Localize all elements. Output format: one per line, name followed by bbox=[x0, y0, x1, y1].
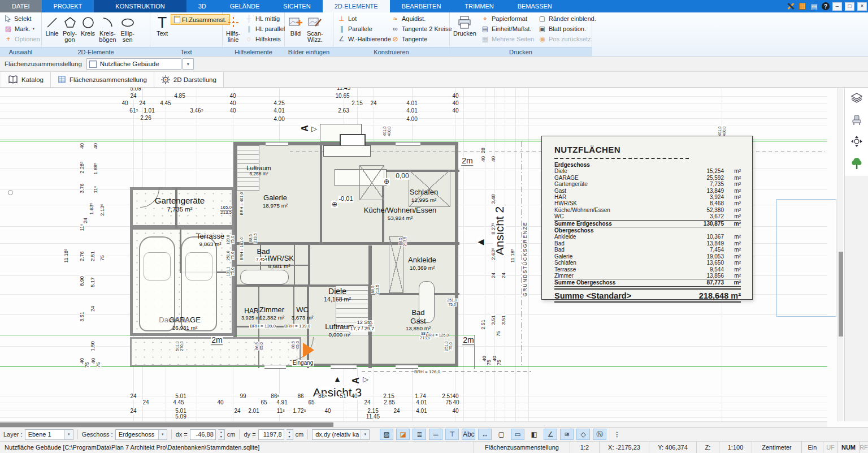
polygon-icon bbox=[63, 15, 77, 31]
tree-icon[interactable] bbox=[850, 157, 863, 170]
hilfskreis-button[interactable]: ◌Hilfskreis bbox=[243, 34, 287, 44]
drucken-button[interactable]: Drucken bbox=[452, 14, 478, 38]
separator bbox=[307, 429, 308, 439]
optionen-button[interactable]: + Optionen bbox=[2, 34, 42, 44]
tools-icon[interactable] bbox=[786, 2, 795, 11]
components-icon[interactable] bbox=[799, 3, 806, 10]
dimension-label: 2m bbox=[211, 336, 223, 345]
status-toggle-icon[interactable]: ≋ bbox=[560, 429, 574, 440]
status-toggle-icon[interactable]: ≣ bbox=[413, 429, 426, 440]
raender-einblenden-button[interactable]: ▢Ränder einblend. bbox=[536, 14, 595, 24]
dx-unit: cm bbox=[227, 431, 236, 438]
ribbon-tab[interactable]: BEARBEITEN bbox=[390, 0, 453, 12]
tab-katalog[interactable]: Katalog bbox=[1, 72, 51, 87]
vscroll-thumb[interactable] bbox=[839, 252, 843, 336]
hl-parallel-button[interactable]: ∥HL parallel bbox=[243, 24, 287, 34]
nutzflaechen-row: Obergeschoss bbox=[554, 227, 741, 234]
dy-stepper[interactable]: ▴▾ bbox=[287, 429, 293, 440]
ribbon-tab[interactable]: TRIMMEN bbox=[453, 0, 505, 12]
hscroll-thumb[interactable] bbox=[0, 422, 333, 427]
vertical-scrollbar[interactable] bbox=[837, 88, 843, 421]
status-toggle-icon[interactable]: Abc bbox=[462, 429, 475, 440]
ribbon-tab[interactable]: DATEI bbox=[0, 0, 42, 12]
ribbon-tab[interactable]: PROJEKT bbox=[42, 0, 94, 12]
hilfslinie-button[interactable]: Hilfs- linie bbox=[225, 14, 241, 44]
ribbon-tab[interactable]: BEMASSEN bbox=[506, 0, 564, 12]
layers-icon[interactable] bbox=[850, 92, 863, 105]
tangente-2-kreise-button[interactable]: ∞Tangente 2 Kreise bbox=[389, 24, 450, 34]
horizontal-scrollbar[interactable] bbox=[0, 421, 827, 427]
room-label: Luftraum 6,268 m² bbox=[246, 165, 271, 177]
furniture-icon[interactable] bbox=[850, 114, 863, 126]
nutzflaechen-row: Ankleide 10,367 m² bbox=[554, 234, 741, 240]
quick-print-icon[interactable]: ▤ bbox=[810, 2, 819, 11]
einheit-massstab-button[interactable]: ▤Einheit/Maßst. bbox=[479, 24, 535, 34]
status-toggle-icon[interactable]: Ⓝ bbox=[593, 429, 606, 440]
kreis-button[interactable]: Kreis bbox=[80, 14, 96, 38]
ribbon-tab[interactable]: KONSTRUKTION bbox=[94, 0, 186, 12]
status-toggle-icon[interactable]: ═ bbox=[429, 429, 442, 440]
hl-mittig-button[interactable]: ┼HL mittig bbox=[243, 14, 287, 24]
dimension-label: 11.18⁵ bbox=[64, 248, 69, 264]
mehrere-seiten-button[interactable]: ▦Mehrere Seiten bbox=[479, 34, 535, 44]
tangent-icon: ⊘ bbox=[391, 35, 400, 43]
status-toggle-icon[interactable]: ◪ bbox=[396, 429, 410, 440]
help-icon[interactable]: ? bbox=[822, 2, 830, 10]
status-toggle-icon[interactable]: ◧ bbox=[527, 429, 541, 440]
sheet-position-icon: ▣ bbox=[538, 25, 546, 33]
ribbon-tab[interactable]: 2D-ELEMENTE bbox=[323, 0, 390, 12]
tangente-button[interactable]: ⊘Tangente bbox=[389, 34, 450, 44]
dimension-label: 3.51 bbox=[491, 314, 496, 326]
minimize-button[interactable]: – bbox=[832, 2, 842, 11]
kreisboegen-button[interactable]: Kreis- bögen bbox=[98, 14, 118, 44]
combo-dropdown-button[interactable]: ▾ bbox=[183, 58, 194, 70]
tab-2d-darstellung[interactable]: 2D Darstellung bbox=[154, 72, 224, 87]
ribbon-tab[interactable]: SICHTEN bbox=[271, 0, 322, 12]
ribbon-tab[interactable]: GELÄNDE bbox=[218, 0, 272, 12]
aequidist-button[interactable]: ≈Äquidist. bbox=[389, 14, 450, 24]
polygon-button[interactable]: Poly- gon bbox=[62, 14, 78, 44]
parallele-button[interactable]: ∥Parallele bbox=[336, 24, 388, 34]
restore-button[interactable]: □ bbox=[845, 2, 854, 11]
pos-zuruecksetzen-button[interactable]: ◉Pos zurücksetz. bbox=[536, 34, 595, 44]
coord-mode-combo[interactable]: dx,dy (relativ ka ▾ bbox=[312, 429, 370, 440]
selekt-button[interactable]: Selekt bbox=[2, 14, 33, 24]
status-toggle-icon[interactable]: ∠ bbox=[544, 429, 557, 440]
nutzflaeche-combo[interactable]: Nutzfläche Gebäude bbox=[86, 58, 181, 70]
dimension-label: 24 bbox=[491, 272, 496, 279]
linie-button[interactable]: Linie bbox=[44, 14, 60, 38]
scan-wizz-button[interactable]: Scan- Wizz. bbox=[306, 14, 324, 44]
ribbon-tab[interactable]: 3D bbox=[186, 0, 218, 12]
status-toggle-icon[interactable]: ▢ bbox=[494, 429, 508, 440]
more-options-icon[interactable]: ⋮ bbox=[614, 431, 620, 438]
dimension-label: BRH = 139,0 bbox=[249, 324, 276, 329]
ellipsen-button[interactable]: Ellip- sen bbox=[119, 14, 136, 44]
room-label: HWR/SK 8,681 m² bbox=[264, 254, 294, 269]
text-button[interactable]: T Text bbox=[153, 14, 172, 38]
dy-input[interactable]: 1197,8 bbox=[258, 429, 284, 440]
dx-input[interactable]: -46,88 bbox=[190, 429, 216, 440]
status-toggle-icon[interactable]: ⊤ bbox=[445, 429, 459, 440]
dimension-label: BRH = 139,0 bbox=[284, 324, 311, 329]
status-toggle-icon[interactable]: ▨ bbox=[380, 429, 393, 440]
tab-flaechenzusammenstellung[interactable]: Flächenzusammenstellung bbox=[51, 72, 154, 87]
dx-stepper[interactable]: ▴▾ bbox=[218, 429, 225, 440]
geschoss-combo[interactable]: Erdgeschoss ▾ bbox=[115, 429, 167, 440]
blatt-position-button[interactable]: ▣Blatt position. bbox=[536, 24, 595, 34]
fl-zusammenst-button[interactable]: Fl.Zusammenst. bbox=[171, 14, 230, 25]
nutzflaechen-row: Gartengeräte 7,735 m² bbox=[554, 181, 741, 187]
papierformat-button[interactable]: ⌖Papierformat bbox=[479, 14, 535, 24]
layer-combo[interactable]: Ebene 1 ▾ bbox=[25, 429, 73, 440]
close-button[interactable]: × bbox=[857, 2, 867, 11]
w-halbierende-button[interactable]: ∠W.-Halbierende bbox=[336, 34, 388, 44]
lot-button[interactable]: ⊥Lot bbox=[336, 14, 388, 24]
move-pan-icon[interactable] bbox=[850, 135, 863, 148]
dx-label: dx = bbox=[176, 431, 188, 438]
dimension-label: A bbox=[351, 377, 361, 385]
status-toggle-icon[interactable]: ◇ bbox=[576, 429, 590, 440]
nutzflaechen-table[interactable]: NUTZFLÄCHEN Erdgeschoss Diele 15,254 m² … bbox=[541, 136, 753, 300]
status-toggle-icon[interactable]: ↔ bbox=[478, 429, 492, 440]
bild-button[interactable]: Bild bbox=[287, 14, 304, 38]
mark-button[interactable]: ▨ Mark. ▾ bbox=[2, 24, 36, 34]
status-toggle-icon[interactable]: ▭ bbox=[511, 429, 524, 440]
